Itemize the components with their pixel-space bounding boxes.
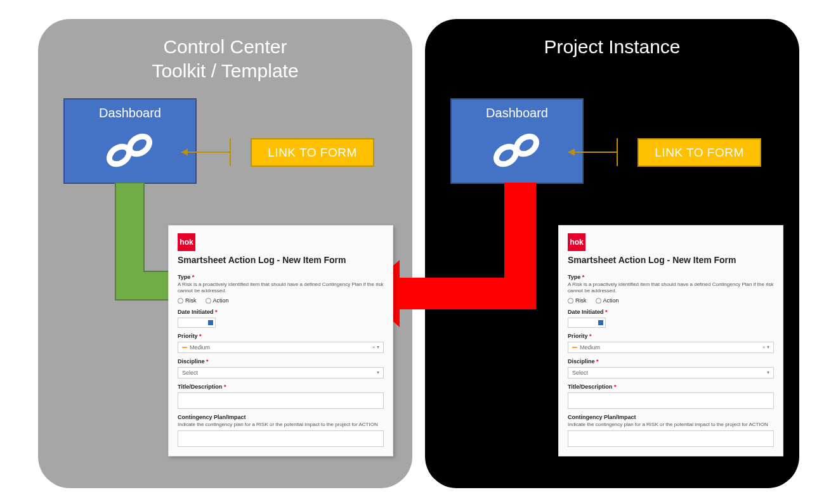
radio-risk[interactable]: Risk <box>178 297 197 304</box>
dashboard-label: Dashboard <box>452 106 582 120</box>
chain-link-icon <box>101 131 159 169</box>
link-to-form-badge-instance: LINK TO FORM <box>638 138 761 167</box>
dashboard-box-instance: Dashboard <box>450 98 584 184</box>
link-to-form-badge-template: LINK TO FORM <box>251 138 374 167</box>
title-description-input[interactable] <box>568 392 774 409</box>
radio-action[interactable]: Action <box>206 297 229 304</box>
priority-select[interactable]: Medium × ▾ <box>568 342 774 353</box>
discipline-label: Discipline * <box>178 358 384 365</box>
form-logo: hok <box>568 233 585 251</box>
discipline-label: Discipline * <box>568 358 774 365</box>
date-initiated-label: Date Initiated * <box>568 309 774 315</box>
contingency-label: Contingency Plan/Impact <box>568 414 774 420</box>
radio-risk[interactable]: Risk <box>568 297 587 304</box>
dashboard-label: Dashboard <box>65 106 195 120</box>
priority-select[interactable]: Medium × ▾ <box>178 342 384 353</box>
title-description-label: Title/Description * <box>178 384 384 390</box>
form-title: Smartsheet Action Log - New Item Form <box>568 255 774 265</box>
dashboard-box-template: Dashboard <box>63 98 197 184</box>
svg-point-1 <box>126 132 153 157</box>
contingency-help: Indicate the contingency plan for a RISK… <box>178 422 384 428</box>
discipline-select[interactable]: Select ▾ <box>178 367 384 378</box>
contingency-label: Contingency Plan/Impact <box>178 414 384 420</box>
type-label: Type * <box>568 274 774 280</box>
form-card-template: hok Smartsheet Action Log - New Item For… <box>168 225 393 456</box>
type-help: A Risk is a proactively identified item … <box>178 281 384 295</box>
title-line-2: Toolkit / Template <box>152 60 298 81</box>
discipline-select[interactable]: Select ▾ <box>568 367 774 378</box>
chain-link-icon <box>488 131 546 169</box>
control-center-title: Control Center Toolkit / Template <box>57 35 393 82</box>
form-title: Smartsheet Action Log - New Item Form <box>178 255 384 265</box>
radio-action[interactable]: Action <box>596 297 619 304</box>
type-radio-group: Risk Action <box>178 297 384 304</box>
date-initiated-input[interactable] <box>178 318 216 328</box>
type-label: Type * <box>178 274 384 280</box>
contingency-input[interactable] <box>568 430 774 447</box>
link-badge-text: LINK TO FORM <box>268 146 356 160</box>
date-initiated-input[interactable] <box>568 318 606 328</box>
title-description-input[interactable] <box>178 392 384 409</box>
link-badge-text: LINK TO FORM <box>655 146 743 160</box>
priority-label: Priority * <box>178 333 384 339</box>
title-line-1: Control Center <box>163 36 287 57</box>
form-logo: hok <box>178 233 195 251</box>
type-radio-group: Risk Action <box>568 297 774 304</box>
contingency-help: Indicate the contingency plan for a RISK… <box>568 422 774 428</box>
contingency-input[interactable] <box>178 430 384 447</box>
type-help: A Risk is a proactively identified item … <box>568 281 774 295</box>
form-card-instance: hok Smartsheet Action Log - New Item For… <box>558 225 783 456</box>
title-description-label: Title/Description * <box>568 384 774 390</box>
svg-point-3 <box>513 132 540 157</box>
priority-label: Priority * <box>568 333 774 339</box>
project-instance-title: Project Instance <box>444 35 780 59</box>
date-initiated-label: Date Initiated * <box>178 309 384 315</box>
